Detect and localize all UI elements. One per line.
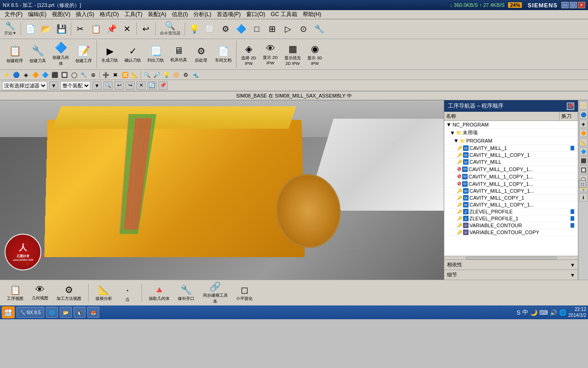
create-program-button[interactable]: 📋 创建程序 — [4, 43, 26, 66]
create-tool-button[interactable]: 🔧 创建刀具 — [27, 43, 49, 66]
view-dropdown-btn[interactable]: ▼ — [92, 81, 102, 90]
filter-dropdown-btn[interactable]: ▼ — [49, 81, 58, 90]
maximize-button[interactable]: □ — [570, 2, 577, 8]
bt-facet-button[interactable]: ◻ 小平面化 — [233, 283, 256, 303]
tb-icon-1[interactable]: ⚡ — [2, 71, 11, 79]
more-button[interactable]: 🔧 — [312, 23, 327, 34]
close-button[interactable]: ✕ — [578, 2, 585, 8]
menu-tools[interactable]: 工具(T) — [122, 11, 145, 18]
show-3d-ipw-button[interactable]: ◉ 显示 3DIPW — [305, 41, 325, 68]
tree-item-unused[interactable]: ▼ 📁 未用项 — [444, 129, 578, 137]
menu-file[interactable]: 文件(F) — [2, 11, 25, 18]
tray-keyboard-icon[interactable]: ⌨ — [539, 309, 548, 316]
postprocess-button[interactable]: ⚙ 后处理 — [191, 44, 211, 65]
tb-icon-2[interactable]: 🔵 — [11, 71, 21, 79]
settings-button[interactable]: ⚙ — [218, 23, 233, 34]
tree-item-cavity-mill-1-copy-1f[interactable]: 🔑 M CAVITY_MILL_1_COPY_1... — [444, 201, 578, 208]
tb-icon-18[interactable]: 🔆 — [171, 71, 181, 79]
tree-item-cavity-mill-1-err1[interactable]: ⊘ M CAVITY_MILL_1_COPY_1... — [444, 166, 578, 173]
bt-method-view-button[interactable]: ⚙ 加工方法视图 — [53, 283, 85, 303]
fb-icon-2[interactable]: ↩ — [114, 81, 124, 90]
menu-assembly[interactable]: 装配(A) — [145, 11, 169, 18]
tray-moon-icon[interactable]: 🌙 — [530, 309, 537, 316]
save-button[interactable]: 💾 — [54, 23, 69, 34]
tree-item-cavity-mill-copy-1[interactable]: 🔑 M CAVITY_MILL_COPY_1 — [444, 195, 578, 201]
menu-info[interactable]: 信息(I) — [169, 11, 191, 18]
bt-order-view-button[interactable]: 📋 工序视图 — [4, 283, 27, 303]
tree-item-program[interactable]: ▼ 📁 PROGRAM — [444, 137, 578, 145]
tb-icon-12[interactable]: ✖ — [111, 71, 120, 79]
tb-icon-19[interactable]: ⚙ — [181, 71, 190, 79]
rp-btn-1[interactable]: ⚡ — [579, 101, 588, 109]
taskbar-btn-5[interactable]: 🦊 — [87, 307, 99, 318]
rp-btn-3[interactable]: ◈ — [579, 120, 588, 128]
taskbar-btn-3[interactable]: 📂 — [60, 307, 72, 318]
show-fill-ipw-button[interactable]: ▦ 显示填充2D IPW — [282, 41, 304, 68]
tree-item-cavity-mill-1-copy-1e[interactable]: 🔑 M CAVITY_MILL_1_COPY_1... — [444, 188, 578, 195]
cmd-finder-button[interactable]: 🔍 命令查找器 — [158, 20, 183, 38]
gen-path-button[interactable]: ▶ 生成刀轨 — [99, 44, 121, 65]
rp-btn-5[interactable]: 📐 — [579, 138, 588, 146]
view-select[interactable]: 整个装配 — [60, 81, 90, 90]
fb-icon-4[interactable]: ✕ — [136, 81, 146, 90]
bt-extract-geom-button[interactable]: 🔺 抽取几何体 — [146, 283, 173, 303]
tree-item-cavity-mill-1-err2[interactable]: ⊘ M CAVITY_MILL_1_COPY_1... — [444, 173, 578, 180]
tree-item-zlevel-profile[interactable]: 🔑 Z ZLEVEL_PROFILE — [444, 208, 578, 215]
nav-section-details[interactable]: 细节 ▼ — [444, 270, 578, 280]
verify-path-button[interactable]: ✓ 确认刀轨 — [122, 44, 144, 65]
tb-icon-20[interactable]: 🔩 — [191, 71, 200, 79]
taskbar-btn-2[interactable]: 🌐 — [46, 307, 58, 318]
machine-sim-button[interactable]: 🖥 机床仿真 — [168, 44, 190, 65]
tb-icon-15[interactable]: 🔍 — [142, 71, 152, 79]
start-button[interactable]: 🔧 开始▼ — [2, 20, 19, 38]
measure-button[interactable]: 🔷 — [234, 23, 249, 34]
snap-button[interactable]: 💡 — [187, 23, 202, 34]
menu-view[interactable]: 视图(V) — [49, 11, 73, 18]
taskbar-nx[interactable]: 🔧 NX 8.5 — [17, 307, 44, 318]
rp-btn-2[interactable]: 🔵 — [579, 110, 588, 119]
menu-analysis[interactable]: 分析(L) — [191, 11, 214, 18]
viewport[interactable]: X Y Z XM 人 石墨好者 www.UGSNX.COM — [0, 100, 444, 280]
bt-geom-view-button[interactable]: 👁 几何视图 — [28, 283, 51, 303]
list-path-button[interactable]: 📃 列出刀轨 — [145, 44, 167, 65]
rp-btn-7[interactable]: ⬛ — [579, 156, 588, 165]
menu-window[interactable]: 窗口(O) — [243, 11, 268, 18]
tb-icon-9[interactable]: 🔧 — [79, 71, 88, 79]
fb-icon-3[interactable]: ↪ — [125, 81, 135, 90]
tb-icon-14[interactable]: 📐 — [130, 71, 139, 79]
nav-pin-button[interactable]: 📌 — [567, 103, 574, 110]
horizontal-scrollbar[interactable] — [465, 257, 557, 259]
tb-icon-10[interactable]: ⊕ — [89, 71, 98, 79]
tree-item-cavity-mill[interactable]: 🔑 M CAVITY_MILL — [444, 159, 578, 166]
rp-btn-11[interactable]: ℹ — [579, 193, 588, 201]
tb-icon-13[interactable]: 🔀 — [120, 71, 130, 79]
nav-scroll-bar[interactable] — [444, 256, 578, 259]
bt-sync-model-button[interactable]: 🔗 同步建模工具条 — [199, 280, 231, 306]
tb-icon-16[interactable]: 🔎 — [152, 71, 161, 79]
rp-btn-6[interactable]: 🔷 — [579, 147, 588, 155]
nav-tree-content[interactable]: ▼ NC_PROGRAM ▼ 📁 未用项 ▼ 📁 PROGRAM 🔑 — [444, 121, 578, 256]
new-button[interactable]: 📄 — [23, 23, 38, 34]
menu-edit[interactable]: 编辑(E) — [25, 11, 49, 18]
tb-icon-7[interactable]: 🔲 — [60, 71, 69, 79]
start-button[interactable]: 🪟 — [2, 306, 15, 318]
grid-button[interactable]: ⬜ — [203, 24, 217, 34]
filter-select[interactable]: 没有选择过滤器 — [2, 81, 47, 90]
paste-button[interactable]: 📌 — [104, 23, 119, 34]
bt-draft-analysis-button[interactable]: 📐 拔模分析 — [92, 283, 115, 303]
delete-button[interactable]: ✕ — [120, 23, 135, 34]
tb-icon-11[interactable]: ➕ — [101, 71, 110, 79]
tree-root[interactable]: ▼ NC_PROGRAM — [444, 121, 578, 129]
tray-sound-icon[interactable]: 🔊 — [550, 309, 557, 316]
tree-item-variable-contour[interactable]: 🔑 V VARIABLE_CONTOUR — [444, 222, 578, 229]
tree-item-zlevel-profile-1[interactable]: 🔑 Z ZLEVEL_PROFILE_1 — [444, 215, 578, 222]
render-button[interactable]: ▷ — [281, 23, 295, 34]
status-expand-btn[interactable]: □ — [579, 180, 586, 188]
tb-icon-8[interactable]: ◯ — [69, 71, 79, 79]
tray-zh-icon[interactable]: 中 — [522, 308, 528, 316]
bt-patch-opening-button[interactable]: 🔧 修补开口 — [175, 283, 198, 303]
rp-btn-8[interactable]: 🔲 — [579, 166, 588, 174]
bt-point-button[interactable]: · 点 — [117, 282, 138, 304]
menu-gc[interactable]: GC 工具箱 — [268, 11, 300, 18]
create-geom-button[interactable]: 🔷 创建几何体 — [50, 40, 72, 69]
